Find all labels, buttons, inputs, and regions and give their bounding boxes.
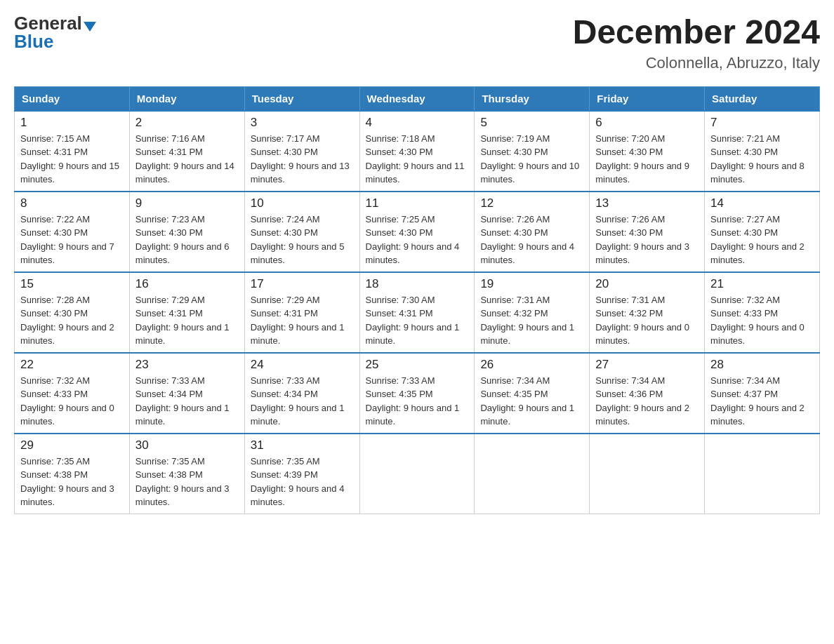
week-row-1: 1Sunrise: 7:15 AMSunset: 4:31 PMDaylight…	[15, 111, 820, 192]
day-info: Sunrise: 7:34 AMSunset: 4:37 PMDaylight:…	[710, 374, 814, 429]
day-info: Sunrise: 7:35 AMSunset: 4:38 PMDaylight:…	[20, 455, 124, 509]
day-number: 14	[710, 196, 814, 210]
day-number: 19	[480, 277, 583, 291]
day-number: 3	[251, 116, 354, 130]
day-number: 22	[20, 358, 124, 372]
calendar-table: SundayMondayTuesdayWednesdayThursdayFrid…	[14, 86, 820, 514]
day-number: 24	[251, 358, 354, 372]
day-number: 13	[595, 196, 699, 210]
calendar-title: December 2024	[573, 14, 820, 51]
day-info: Sunrise: 7:28 AMSunset: 4:30 PMDaylight:…	[20, 293, 124, 348]
calendar-cell: 3Sunrise: 7:17 AMSunset: 4:30 PMDaylight…	[244, 111, 359, 192]
day-number: 2	[135, 116, 239, 130]
day-number: 18	[366, 277, 469, 291]
calendar-cell: 13Sunrise: 7:26 AMSunset: 4:30 PMDayligh…	[590, 192, 705, 272]
day-number: 11	[366, 196, 469, 210]
day-number: 4	[366, 116, 469, 130]
day-info: Sunrise: 7:33 AMSunset: 4:34 PMDaylight:…	[251, 374, 354, 429]
day-info: Sunrise: 7:31 AMSunset: 4:32 PMDaylight:…	[480, 293, 583, 348]
calendar-cell: 26Sunrise: 7:34 AMSunset: 4:35 PMDayligh…	[475, 353, 590, 434]
calendar-cell: 4Sunrise: 7:18 AMSunset: 4:30 PMDaylight…	[359, 111, 475, 192]
page-header: General Blue December 2024 Colonnella, A…	[14, 14, 820, 72]
calendar-cell: 29Sunrise: 7:35 AMSunset: 4:38 PMDayligh…	[15, 434, 130, 514]
day-info: Sunrise: 7:25 AMSunset: 4:30 PMDaylight:…	[366, 213, 469, 267]
day-number: 30	[135, 438, 239, 452]
weekday-header-wednesday: Wednesday	[359, 86, 475, 111]
calendar-cell: 19Sunrise: 7:31 AMSunset: 4:32 PMDayligh…	[475, 272, 590, 353]
day-number: 21	[710, 277, 814, 291]
day-info: Sunrise: 7:23 AMSunset: 4:30 PMDaylight:…	[135, 213, 239, 267]
calendar-cell	[359, 434, 475, 514]
calendar-cell: 30Sunrise: 7:35 AMSunset: 4:38 PMDayligh…	[129, 434, 244, 514]
calendar-cell: 11Sunrise: 7:25 AMSunset: 4:30 PMDayligh…	[359, 192, 475, 272]
calendar-cell: 18Sunrise: 7:30 AMSunset: 4:31 PMDayligh…	[359, 272, 475, 353]
calendar-cell: 12Sunrise: 7:26 AMSunset: 4:30 PMDayligh…	[475, 192, 590, 272]
week-row-3: 15Sunrise: 7:28 AMSunset: 4:30 PMDayligh…	[15, 272, 820, 353]
day-info: Sunrise: 7:27 AMSunset: 4:30 PMDaylight:…	[710, 213, 814, 267]
day-number: 12	[480, 196, 583, 210]
day-number: 31	[251, 438, 354, 452]
calendar-cell: 25Sunrise: 7:33 AMSunset: 4:35 PMDayligh…	[359, 353, 475, 434]
weekday-header-sunday: Sunday	[15, 86, 130, 111]
day-info: Sunrise: 7:15 AMSunset: 4:31 PMDaylight:…	[20, 132, 124, 187]
calendar-cell: 2Sunrise: 7:16 AMSunset: 4:31 PMDaylight…	[129, 111, 244, 192]
day-number: 1	[20, 116, 124, 130]
calendar-cell: 15Sunrise: 7:28 AMSunset: 4:30 PMDayligh…	[15, 272, 130, 353]
calendar-cell	[705, 434, 820, 514]
day-number: 27	[595, 358, 699, 372]
title-area: December 2024 Colonnella, Abruzzo, Italy	[573, 14, 820, 72]
weekday-header-monday: Monday	[129, 86, 244, 111]
day-info: Sunrise: 7:17 AMSunset: 4:30 PMDaylight:…	[251, 132, 354, 187]
calendar-cell: 22Sunrise: 7:32 AMSunset: 4:33 PMDayligh…	[15, 353, 130, 434]
day-info: Sunrise: 7:21 AMSunset: 4:30 PMDaylight:…	[710, 132, 814, 187]
day-number: 8	[20, 196, 124, 210]
calendar-cell: 16Sunrise: 7:29 AMSunset: 4:31 PMDayligh…	[129, 272, 244, 353]
calendar-cell	[590, 434, 705, 514]
day-info: Sunrise: 7:22 AMSunset: 4:30 PMDaylight:…	[20, 213, 124, 267]
day-number: 28	[710, 358, 814, 372]
weekday-header-row: SundayMondayTuesdayWednesdayThursdayFrid…	[15, 86, 820, 111]
calendar-cell: 1Sunrise: 7:15 AMSunset: 4:31 PMDaylight…	[15, 111, 130, 192]
day-info: Sunrise: 7:19 AMSunset: 4:30 PMDaylight:…	[480, 132, 583, 187]
day-info: Sunrise: 7:34 AMSunset: 4:36 PMDaylight:…	[595, 374, 699, 429]
logo-blue-text: Blue	[14, 31, 53, 52]
weekday-header-thursday: Thursday	[475, 86, 590, 111]
logo: General Blue	[14, 14, 96, 51]
weekday-header-friday: Friday	[590, 86, 705, 111]
day-number: 25	[366, 358, 469, 372]
day-info: Sunrise: 7:18 AMSunset: 4:30 PMDaylight:…	[366, 132, 469, 187]
calendar-cell	[475, 434, 590, 514]
calendar-cell: 24Sunrise: 7:33 AMSunset: 4:34 PMDayligh…	[244, 353, 359, 434]
weekday-header-saturday: Saturday	[705, 86, 820, 111]
calendar-cell: 28Sunrise: 7:34 AMSunset: 4:37 PMDayligh…	[705, 353, 820, 434]
day-info: Sunrise: 7:24 AMSunset: 4:30 PMDaylight:…	[251, 213, 354, 267]
day-info: Sunrise: 7:35 AMSunset: 4:38 PMDaylight:…	[135, 455, 239, 509]
calendar-cell: 17Sunrise: 7:29 AMSunset: 4:31 PMDayligh…	[244, 272, 359, 353]
day-number: 20	[595, 277, 699, 291]
day-info: Sunrise: 7:34 AMSunset: 4:35 PMDaylight:…	[480, 374, 583, 429]
day-number: 16	[135, 277, 239, 291]
day-info: Sunrise: 7:30 AMSunset: 4:31 PMDaylight:…	[366, 293, 469, 348]
day-number: 7	[710, 116, 814, 130]
day-info: Sunrise: 7:33 AMSunset: 4:35 PMDaylight:…	[366, 374, 469, 429]
day-info: Sunrise: 7:26 AMSunset: 4:30 PMDaylight:…	[480, 213, 583, 267]
calendar-cell: 31Sunrise: 7:35 AMSunset: 4:39 PMDayligh…	[244, 434, 359, 514]
logo-blue-row: Blue	[14, 32, 53, 51]
day-info: Sunrise: 7:16 AMSunset: 4:31 PMDaylight:…	[135, 132, 239, 187]
day-info: Sunrise: 7:26 AMSunset: 4:30 PMDaylight:…	[595, 213, 699, 267]
day-number: 10	[251, 196, 354, 210]
calendar-cell: 10Sunrise: 7:24 AMSunset: 4:30 PMDayligh…	[244, 192, 359, 272]
day-info: Sunrise: 7:32 AMSunset: 4:33 PMDaylight:…	[20, 374, 124, 429]
weekday-header-tuesday: Tuesday	[244, 86, 359, 111]
day-info: Sunrise: 7:29 AMSunset: 4:31 PMDaylight:…	[251, 293, 354, 348]
calendar-cell: 9Sunrise: 7:23 AMSunset: 4:30 PMDaylight…	[129, 192, 244, 272]
calendar-cell: 6Sunrise: 7:20 AMSunset: 4:30 PMDaylight…	[590, 111, 705, 192]
day-number: 9	[135, 196, 239, 210]
calendar-cell: 14Sunrise: 7:27 AMSunset: 4:30 PMDayligh…	[705, 192, 820, 272]
day-number: 6	[595, 116, 699, 130]
day-number: 29	[20, 438, 124, 452]
calendar-cell: 20Sunrise: 7:31 AMSunset: 4:32 PMDayligh…	[590, 272, 705, 353]
calendar-location: Colonnella, Abruzzo, Italy	[573, 54, 820, 72]
day-info: Sunrise: 7:35 AMSunset: 4:39 PMDaylight:…	[251, 455, 354, 509]
calendar-cell: 5Sunrise: 7:19 AMSunset: 4:30 PMDaylight…	[475, 111, 590, 192]
